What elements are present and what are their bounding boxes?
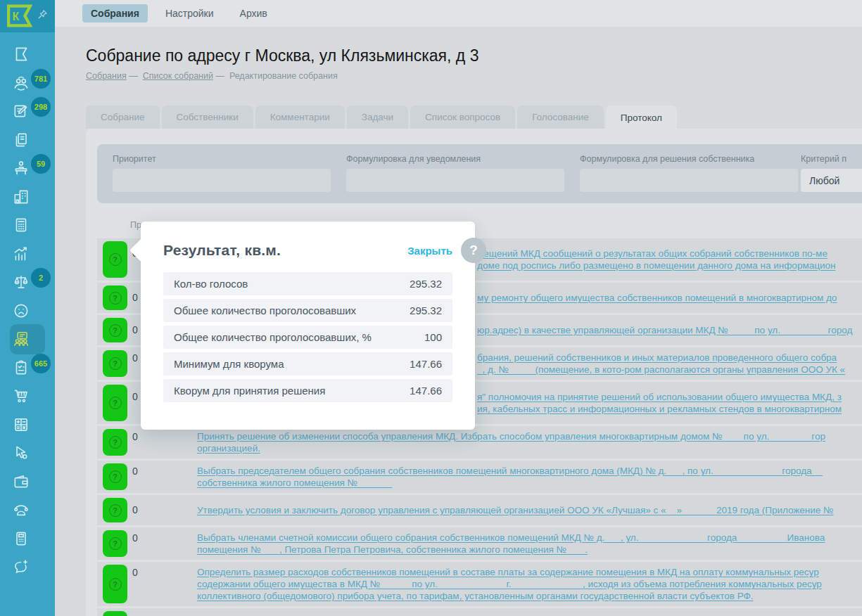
count-badge: 781 xyxy=(31,69,51,89)
result-cell-button[interactable] xyxy=(103,611,127,616)
question-link-line[interactable]: доме под роспись либо размещено в помеще… xyxy=(477,259,862,271)
sidebar-item[interactable] xyxy=(0,411,55,439)
question-link-line[interactable]: коллективного (общедомового) прибора уче… xyxy=(197,590,862,602)
result-value: 147.66 xyxy=(410,358,442,370)
sidebar-item[interactable] xyxy=(0,382,55,411)
top-nav-item[interactable]: Архив xyxy=(232,4,276,23)
question-row: 0 Принять решение об изменении способа у… xyxy=(97,426,862,458)
top-nav-item[interactable]: Настройки xyxy=(157,4,222,23)
question-link-line[interactable]: _, д. № ____ (помещение, в кото-ром расп… xyxy=(477,364,862,376)
question-mark-icon xyxy=(109,253,122,266)
sidebar-item[interactable] xyxy=(0,240,55,269)
result-cell-button[interactable] xyxy=(103,350,127,377)
question-link-line[interactable]: брания, решений собственников и иных мат… xyxy=(477,352,862,364)
sidebar-item[interactable] xyxy=(0,211,55,240)
filter-field: Формулировка для решения собственника xyxy=(580,154,798,192)
breadcrumb-item[interactable]: Список собраний xyxy=(127,71,213,81)
sidebar-item[interactable] xyxy=(0,525,55,553)
result-cell-button[interactable] xyxy=(103,385,127,421)
reception-icon xyxy=(12,159,30,177)
calculator-icon xyxy=(12,216,30,234)
tab[interactable]: Список вопросов xyxy=(410,105,515,129)
top-nav: Собрания Настройки Архив xyxy=(55,0,862,27)
result-modal: Результат, кв.м. Закрыть Кол-во голосов … xyxy=(141,222,475,430)
sidebar-item[interactable] xyxy=(0,325,55,354)
sidebar-item[interactable]: 781 xyxy=(0,69,55,98)
filter-input[interactable] xyxy=(346,169,564,192)
result-label: Общее количество проголосовавших, % xyxy=(174,331,372,343)
question-link-line[interactable]: Выбрать членами счетной комиссии общего … xyxy=(197,532,862,544)
logo-icon: К xyxy=(7,4,32,27)
group-icon xyxy=(12,74,30,92)
sidebar-item[interactable] xyxy=(0,297,55,326)
question-link-line[interactable]: Выбрать председателем общего собрания со… xyxy=(197,465,862,477)
count-badge: 665 xyxy=(31,354,51,373)
sidebar-item[interactable]: 665 xyxy=(0,354,55,383)
sidebar-item[interactable] xyxy=(0,553,55,582)
wallet-icon xyxy=(12,473,30,491)
sidebar-item[interactable] xyxy=(0,496,55,525)
result-cell-button[interactable] xyxy=(103,565,127,603)
result-cell-button[interactable] xyxy=(103,318,127,342)
question-link-line[interactable]: помещения № ___, Петрова Петра Петровича… xyxy=(197,544,862,556)
result-cell-button[interactable] xyxy=(103,498,127,522)
question-link-line[interactable]: ия, кабельных трасс и информационных и р… xyxy=(477,403,862,415)
tab[interactable]: Собственники xyxy=(162,105,253,129)
question-link-line[interactable]: му ремонту общего имущества собственнико… xyxy=(477,292,862,304)
priority-value: 0 xyxy=(132,466,138,477)
question-link-line[interactable]: собственника жилого помещения № ______ xyxy=(197,477,862,489)
pin-icon[interactable] xyxy=(37,8,49,20)
sidebar-item[interactable] xyxy=(0,439,55,468)
result-row: Обшее количество проголосовавших 295.32 xyxy=(163,299,452,322)
sad-face-icon xyxy=(12,302,30,320)
result-cell-button[interactable] xyxy=(103,285,127,310)
result-cell-button[interactable] xyxy=(103,429,127,456)
tab[interactable]: Голосование xyxy=(517,105,604,129)
filter-field: Формулировка для уведомления xyxy=(346,154,564,192)
modal-rows: Кол-во голосов 295.32 Обшее количество п… xyxy=(141,272,475,402)
presentation-icon xyxy=(12,330,30,348)
sidebar-item[interactable]: 2 xyxy=(0,268,55,297)
question-text: Выбрать членами счетной комиссии общего … xyxy=(197,532,862,556)
question-link-line[interactable]: я" полномочия на принятие решений об исп… xyxy=(477,391,862,403)
filter-input[interactable] xyxy=(580,169,798,192)
math-calc-icon xyxy=(12,416,30,434)
phone-icon xyxy=(12,501,30,519)
breadcrumb-item[interactable]: Собрания xyxy=(86,71,127,81)
question-link-line[interactable]: Утвердить условия и заключить договор уп… xyxy=(197,504,862,516)
result-cell-button[interactable] xyxy=(103,463,127,490)
top-nav-item[interactable]: Собрания xyxy=(82,4,148,23)
tab[interactable]: Собрание xyxy=(86,105,160,129)
sidebar-item[interactable]: 59 xyxy=(0,154,55,183)
question-link-line[interactable]: содержании общего имущества в МКД № ____… xyxy=(197,578,862,590)
tab[interactable]: Комментарии xyxy=(255,105,345,129)
priority-value: 0 xyxy=(132,324,138,335)
question-mark-icon xyxy=(109,357,122,370)
breadcrumb-item[interactable]: Редактирование собрания xyxy=(213,71,338,81)
question-row: 0 Определить размер расходов собственник… xyxy=(97,608,862,616)
question-link-line[interactable]: юр.адрес) в качестве управляющей организ… xyxy=(477,324,862,336)
sidebar-item[interactable] xyxy=(0,468,55,496)
result-label: Обшее количество проголосовавших xyxy=(174,304,356,316)
question-link-line[interactable]: организацией. xyxy=(197,442,862,454)
close-button[interactable]: Закрыть xyxy=(407,245,452,257)
filter-panel: Приоритет Формулировка для уведомления Ф… xyxy=(97,144,862,203)
question-mark-icon xyxy=(109,504,122,517)
tab[interactable]: Протокол xyxy=(606,105,677,130)
result-cell-button[interactable] xyxy=(103,241,127,278)
result-cell-button[interactable] xyxy=(103,530,127,557)
sidebar-item[interactable] xyxy=(0,126,55,155)
tab[interactable]: Задачи xyxy=(347,105,408,129)
filter-input[interactable]: Любой xyxy=(801,169,862,192)
help-icon[interactable] xyxy=(461,238,486,263)
question-text: мещений МКД сообщений о результатах общи… xyxy=(477,248,862,271)
question-link-line[interactable]: Принять решение об изменении способа упр… xyxy=(197,430,862,442)
priority-value: 0 xyxy=(132,532,138,544)
question-link-line[interactable]: Определить размер расходов собственников… xyxy=(197,566,862,578)
sidebar-item[interactable] xyxy=(0,40,55,69)
filter-field: Критерий п Любой xyxy=(801,154,862,192)
sidebar-item[interactable] xyxy=(0,183,55,212)
question-link-line[interactable]: мещений МКД сообщений о результатах общи… xyxy=(477,248,862,259)
sidebar-item[interactable]: 298 xyxy=(0,97,55,126)
filter-input[interactable] xyxy=(113,169,331,192)
